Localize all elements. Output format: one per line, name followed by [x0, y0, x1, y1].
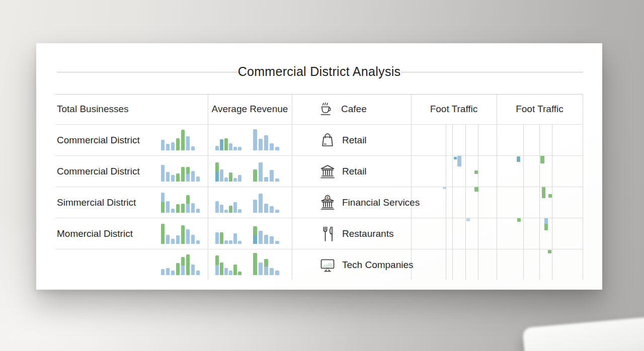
chart-bar — [259, 231, 263, 244]
chart-bar — [161, 165, 165, 182]
chart-bar — [259, 139, 263, 150]
chart-bar — [233, 265, 237, 275]
bank-icon — [318, 162, 337, 181]
chart-bar — [220, 169, 223, 182]
chart-bar — [171, 142, 175, 150]
chart-bar — [196, 209, 200, 213]
chart-bar — [181, 167, 185, 182]
chart-bar — [238, 241, 242, 244]
chart-bar — [215, 146, 219, 150]
chart-bar — [215, 232, 219, 244]
svg-text:$: $ — [327, 196, 329, 200]
average-revenue-chart-a — [215, 255, 242, 275]
category-label: Retail — [342, 125, 367, 156]
chart-bar — [224, 138, 228, 150]
district-label: Simmercial District — [57, 187, 136, 218]
chart-bar — [264, 259, 268, 275]
average-revenue-chart-a — [215, 162, 242, 182]
chart-bar — [161, 140, 165, 150]
chart-bar — [161, 224, 165, 244]
chart-bar — [171, 209, 175, 213]
chart-bar — [270, 236, 274, 244]
chart-bar — [253, 200, 257, 213]
desk-tablet-object — [522, 312, 644, 351]
table-row: Tech Companies — [55, 249, 583, 281]
shopping-bag-icon — [318, 131, 337, 149]
chart-bar — [181, 130, 185, 150]
table-row: Commercial DistrictRetail — [55, 124, 583, 156]
chart-bar — [275, 179, 279, 182]
category-label: Restaurants — [342, 218, 393, 249]
total-businesses-chart — [161, 130, 195, 150]
chart-bar — [166, 268, 170, 275]
chart-bar — [238, 147, 242, 150]
district-label: Commercial District — [57, 156, 140, 187]
chart-bar — [181, 257, 185, 275]
chart-bar — [270, 143, 274, 150]
chart-bar — [166, 172, 170, 182]
chart-bar — [233, 233, 237, 244]
chart-bar — [238, 209, 242, 213]
chart-bar — [215, 201, 219, 213]
chart-bar — [196, 177, 200, 182]
chart-bar — [270, 268, 274, 275]
chart-bar — [220, 139, 223, 150]
category-label: Tech Companies — [342, 249, 414, 281]
chart-bar — [224, 240, 228, 244]
average-revenue-chart-b — [253, 162, 279, 182]
chart-bar — [161, 193, 165, 213]
chart-bar — [264, 204, 268, 213]
chart-bar — [171, 175, 175, 182]
chart-bar — [191, 146, 195, 150]
average-revenue-chart-b — [253, 253, 279, 275]
chart-bar — [161, 269, 165, 275]
monitor-icon — [318, 256, 337, 274]
chart-bar — [229, 240, 232, 244]
analysis-card: Commercial District Analysis Total Busin… — [36, 43, 602, 290]
fork-knife-icon — [318, 225, 337, 243]
chart-bar — [220, 205, 223, 213]
chart-bar — [166, 201, 170, 213]
district-label: Commercial District — [57, 125, 140, 156]
chart-bar — [196, 240, 200, 244]
category-label: Financial Services — [342, 187, 420, 218]
chart-bar — [229, 143, 232, 150]
average-revenue-chart-a — [215, 232, 242, 244]
chart-bar — [171, 271, 175, 275]
chart-bar — [224, 178, 228, 182]
total-businesses-chart — [161, 165, 200, 182]
chart-bar — [196, 271, 200, 275]
chart-bar — [176, 173, 180, 182]
chart-bar — [229, 172, 232, 182]
chart-bar — [259, 162, 263, 182]
chart-bar — [270, 170, 274, 182]
chart-bar — [176, 138, 180, 150]
chart-bar — [253, 253, 257, 275]
average-revenue-chart-b — [253, 129, 279, 150]
chart-bar — [181, 204, 185, 213]
chart-bar — [253, 226, 257, 244]
chart-bar — [275, 210, 279, 213]
chart-bar — [220, 262, 223, 275]
chart-bar — [220, 232, 223, 244]
chart-bar — [229, 206, 232, 213]
chart-bar — [186, 229, 190, 244]
chart-bar — [186, 254, 190, 275]
chart-bar — [215, 255, 219, 275]
average-revenue-chart-a — [215, 201, 242, 213]
chart-bar — [176, 235, 180, 244]
chart-bar — [259, 262, 263, 275]
chart-bar — [176, 263, 180, 275]
district-label: Momercial District — [57, 218, 133, 249]
chart-bar — [191, 171, 195, 182]
chart-bar — [186, 136, 190, 150]
table-row: Momercial DistrictRestaurants — [55, 218, 583, 249]
chart-bar — [259, 194, 263, 213]
chart-bar — [264, 177, 268, 182]
chart-bar — [186, 167, 190, 182]
chart-bar — [233, 147, 237, 150]
chart-bar — [224, 210, 228, 213]
chart-bar — [191, 235, 195, 244]
chart-bar — [270, 206, 274, 213]
desk-scene: Commercial District Analysis Total Busin… — [0, 0, 644, 351]
